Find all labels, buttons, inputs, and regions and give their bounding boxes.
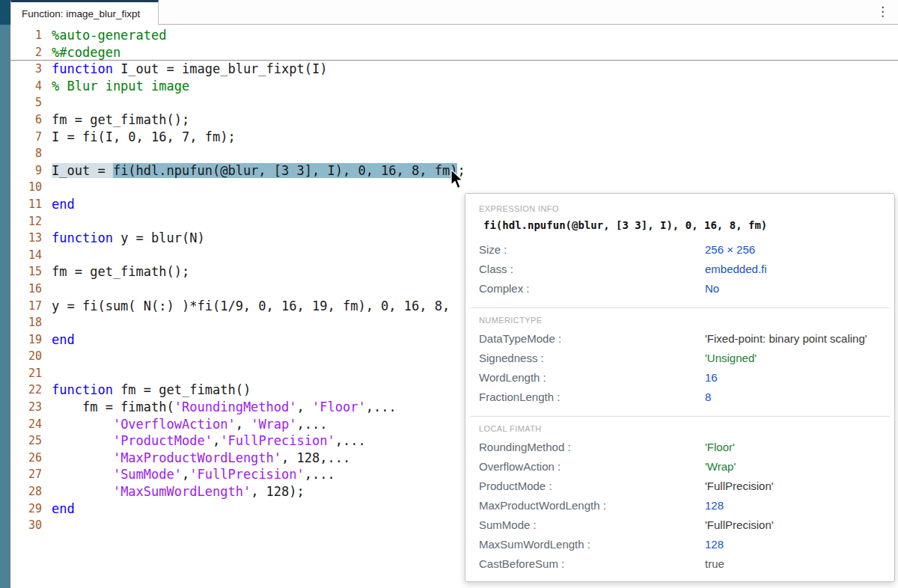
selected-code-token: I_out =: [52, 163, 113, 178]
code-token: 'FullPrecision': [189, 467, 305, 482]
info-row: WordLength :16: [479, 368, 881, 388]
line-number[interactable]: 29: [10, 500, 42, 518]
code-token: 'ProductMode': [113, 433, 213, 448]
info-label: ProductMode :: [479, 477, 705, 496]
line-number[interactable]: 11: [10, 196, 42, 213]
info-value: 'FullPrecision': [705, 515, 881, 535]
info-label: Complex :: [479, 279, 705, 298]
code-line[interactable]: 5: [10, 94, 898, 111]
code-token: [52, 433, 113, 448]
line-number[interactable]: 8: [10, 145, 42, 162]
line-number[interactable]: 23: [10, 399, 42, 416]
info-row: Signedness :'Unsigned': [479, 349, 881, 368]
info-row: Class :embedded.fi: [479, 260, 881, 279]
info-label: MaxProductWordLength :: [479, 496, 705, 515]
line-number[interactable]: 20: [10, 348, 42, 365]
code-token: fm = get_fimath(): [113, 382, 251, 397]
code-text: 'MaxProductWordLength', 128,...: [52, 450, 350, 467]
code-token: I_out = image_blur_fixpt(I): [113, 61, 328, 76]
line-number[interactable]: 6: [10, 111, 42, 129]
line-number[interactable]: 5: [10, 94, 42, 111]
section-header: NUMERICTYPE: [479, 316, 881, 325]
info-row: MaxSumWordLength :128: [479, 535, 881, 554]
code-text: 'OverflowAction', 'Wrap',...: [52, 416, 328, 433]
line-number[interactable]: 10: [10, 179, 42, 196]
code-token: ,...: [366, 399, 397, 414]
line-number[interactable]: 25: [10, 432, 42, 450]
info-value: embedded.fi: [705, 260, 881, 279]
kebab-menu-icon[interactable]: ⋮: [876, 4, 889, 19]
section-header: LOCAL FIMATH: [479, 424, 881, 433]
line-number[interactable]: 22: [10, 382, 42, 399]
line-number[interactable]: 19: [10, 331, 42, 349]
info-value: 16: [705, 368, 881, 388]
code-line[interactable]: 7I = fi(I, 0, 16, 7, fm);: [10, 129, 898, 146]
code-token: function: [52, 61, 113, 76]
tab-function-image-blur-fixpt[interactable]: Function: image_blur_fixpt: [10, 0, 159, 25]
line-number[interactable]: 9: [10, 162, 42, 180]
line-number[interactable]: 13: [10, 230, 42, 247]
info-label: Size :: [479, 240, 705, 260]
code-token: ,...: [297, 417, 328, 432]
code-token: 'FullPrecision': [220, 433, 335, 448]
code-token: fm = get_fimath();: [52, 264, 189, 279]
code-line[interactable]: 8: [10, 145, 898, 162]
info-row: RoundingMethod :'Floor': [479, 438, 881, 457]
line-number[interactable]: 4: [10, 78, 42, 95]
line-number[interactable]: 18: [10, 314, 42, 331]
line-number[interactable]: 15: [10, 263, 42, 281]
info-value: 8: [705, 388, 881, 407]
line-number[interactable]: 24: [10, 416, 42, 433]
code-text: %auto-generated: [52, 27, 167, 44]
line-number[interactable]: 2: [10, 44, 42, 61]
code-token: ,: [236, 417, 251, 432]
info-label: Signedness :: [479, 349, 705, 368]
left-edge-strip-cap: [0, 0, 10, 25]
line-number[interactable]: 27: [10, 466, 42, 483]
matlab-function-window: { "tab": { "title": "Function: image_blu…: [0, 0, 898, 588]
line-number[interactable]: 1: [10, 27, 42, 44]
info-value: 'Fixed-point: binary point scaling': [705, 329, 881, 349]
info-value: 256 × 256: [705, 240, 881, 260]
code-text: 'MaxSumWordLength', 128);: [52, 483, 305, 500]
code-text: 'ProductMode','FullPrecision',...: [52, 432, 366, 450]
info-row: SumMode :'FullPrecision': [479, 515, 881, 535]
code-token: 'Floor': [312, 399, 366, 414]
code-token: ,: [297, 399, 312, 414]
line-number[interactable]: 26: [10, 450, 42, 467]
code-token: ,: [182, 467, 189, 482]
code-text: end: [52, 196, 75, 213]
line-number[interactable]: 28: [10, 483, 42, 500]
code-token: 'Wrap': [251, 417, 296, 432]
code-text: I = fi(I, 0, 16, 7, fm);: [52, 129, 236, 146]
line-number[interactable]: 3: [10, 61, 42, 78]
info-row: MaxProductWordLength :128: [479, 496, 881, 515]
code-token: [52, 450, 113, 465]
selected-code-token: fi(hdl.npufun(@blur, [3 3], I), 0, 16, 8…: [113, 163, 458, 178]
info-value: true: [705, 554, 881, 574]
info-row: OverflowAction :'Wrap': [479, 457, 881, 477]
info-label: Class :: [479, 260, 705, 279]
code-text: fm = get_fimath();: [52, 263, 189, 281]
code-token: %auto-generated: [52, 28, 167, 43]
code-line[interactable]: 2%#codegen: [10, 44, 898, 61]
code-line[interactable]: 4% Blur input image: [10, 78, 898, 95]
line-number[interactable]: 21: [10, 365, 42, 382]
tab-label: Function: image_blur_fixpt: [22, 8, 140, 19]
code-line[interactable]: 1%auto-generated: [10, 27, 898, 44]
line-number[interactable]: 16: [10, 281, 42, 298]
code-token: ,: [213, 433, 220, 448]
line-number[interactable]: 12: [10, 213, 42, 230]
code-token: fm = fimath(: [52, 399, 174, 414]
info-row: DataTypeMode :'Fixed-point: binary point…: [479, 329, 881, 349]
code-text: function fm = get_fimath(): [52, 382, 251, 399]
code-line[interactable]: 3function I_out = image_blur_fixpt(I): [10, 61, 898, 78]
code-line[interactable]: 6fm = get_fimath();: [10, 111, 898, 129]
line-number[interactable]: 14: [10, 247, 42, 264]
code-token: end: [52, 332, 75, 347]
code-token: 'MaxSumWordLength': [113, 484, 251, 499]
tab-bar: Function: image_blur_fixpt ⋮: [10, 0, 898, 25]
line-number[interactable]: 17: [10, 298, 42, 315]
line-number[interactable]: 7: [10, 129, 42, 146]
line-number[interactable]: 30: [10, 517, 42, 534]
